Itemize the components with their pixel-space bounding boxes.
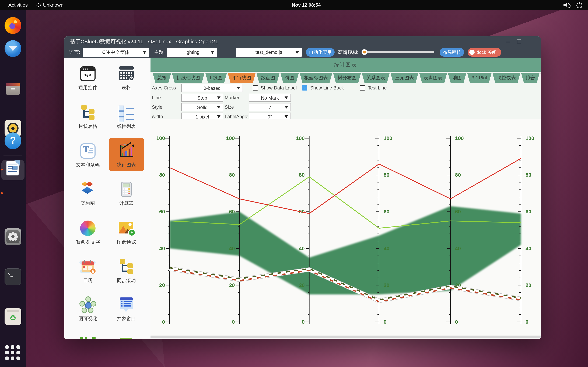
sidebar-item-表格[interactable]: ⚙表格 [108,65,145,91]
checkbox-Test Line[interactable]: Test Line [360,84,387,92]
control-label-Style: Style [152,103,162,111]
tab-label: 平行线图 [232,75,251,80]
tab-折线柱状图[interactable]: 折线柱状图 [172,73,205,83]
tab-散点图[interactable]: 散点图 [256,73,280,83]
tab-关系图表[interactable]: 关系图表 [362,73,390,83]
tab-树分布图[interactable]: 树分布图 [333,73,361,83]
tab-label: 3D Plot [472,75,487,80]
tab-地图[interactable]: 地图 [448,73,466,83]
sidebar-item-颜色 & 文字[interactable]: 颜色 & 文字 [70,220,106,245]
sidebar-item-图可视化[interactable]: 图可视化 [70,296,106,322]
checkbox-Show Data Label[interactable]: Show Data Label [253,84,297,92]
chevron-down-icon [285,96,288,99]
unchecked-checkbox-icon[interactable] [360,85,365,91]
sidebar-item-统计图表[interactable]: 统计图表 [108,143,145,168]
maximize-button[interactable] [515,36,523,47]
tab-label: 关系图表 [366,75,385,80]
dropdown-Size[interactable]: 7 [249,103,291,111]
window-title: 基于CBlueUI数据可视化 v24.11 --OS: Linux --Grap… [70,36,218,47]
axis-tick-label: 100 [384,135,392,141]
axis-tick-label: 40 [455,246,461,251]
firefox-icon[interactable] [5,17,21,34]
tab-表盘图表[interactable]: 表盘图表 [419,73,447,83]
clock[interactable]: Nov 12 08:54 [292,0,320,10]
theme-dropdown[interactable]: lighting [167,48,217,57]
sidebar-item-label: 图可视化 [70,316,106,322]
gear-icon[interactable] [5,228,21,245]
help-icon[interactable]: ? [5,133,21,149]
terminal-icon[interactable]: >_ [5,268,21,285]
sidebar-item-日历[interactable]: 5日历 [70,258,106,284]
dock-toggle-button[interactable]: dock 关闭 [467,48,501,57]
sidebar-item-线性列表[interactable]: 线性列表 [108,104,145,130]
running-indicator [1,169,3,171]
tab-拟合[interactable]: 拟合 [521,73,540,83]
sidebar-item-label: 计算器 [108,200,145,207]
sidebar-item-partial-14[interactable] [70,336,106,339]
dropdown-Style[interactable]: Solid [181,103,223,111]
tab-飞控仪表[interactable]: 飞控仪表 [493,73,520,83]
sidebar-item-文本和条码[interactable]: T文本和条码 [70,143,106,168]
tab-Audio FFT[interactable]: Audio FFT [540,73,541,83]
blur-label: 高斯模糊: [338,47,358,58]
tab-三元图表[interactable]: 三元图表 [390,73,418,83]
axes-cross-label: Axes Cross [152,84,176,92]
sidebar-item-同步滚动[interactable]: 同步滚动 [108,258,145,284]
app-grid-icon[interactable] [5,345,23,363]
tab-3D Plot[interactable]: 3D Plot [467,73,492,83]
axis-tick-label: 80 [455,172,461,178]
tab-label: 地图 [452,75,462,80]
checkbox-label: Show Data Label [261,85,297,91]
minimize-button[interactable] [504,36,512,47]
tab-饼图[interactable]: 饼图 [280,73,299,83]
app-indicator[interactable]: Unknown [36,0,63,10]
blur-slider[interactable] [363,51,434,53]
files-icon[interactable] [5,80,21,97]
sidebar-item-架构图[interactable]: 架构图 [70,181,106,207]
sidebar-item-label: 架构图 [70,200,106,207]
tab-总览[interactable]: 总览 [153,73,171,83]
sidebar-item-树状表格[interactable]: 树状表格 [70,104,106,130]
dropdown-Marker[interactable]: No Mark [249,93,291,101]
table-gear-icon: ⚙ [118,65,135,82]
power-icon[interactable] [576,2,582,8]
diamonds-icon [79,181,96,198]
axis-tick-label: 80 [526,172,531,178]
tab-label: 极坐标图表 [304,75,328,80]
checkbox-Show Line Back[interactable]: ✓Show Line Back [302,84,344,92]
language-dropdown[interactable]: CN-中文简体 [83,48,149,57]
volume-icon[interactable] [563,3,571,7]
dropdown-Line[interactable]: Step [181,93,223,101]
auto-apply-button[interactable]: 自动化应用 [306,48,335,57]
sidebar-item-抽象窗口[interactable]: 抽象窗口 [108,296,145,322]
close-icon[interactable] [64,36,67,47]
green-band [170,206,521,294]
tab-平行线图[interactable]: 平行线图 [228,73,256,83]
control-label-Size: Size [225,103,234,111]
toolbar: 语言: CN-中文简体 主题: lighting test_demo.js 自动… [64,47,541,58]
tab-极坐标图表[interactable]: 极坐标图表 [300,73,332,83]
horizontal-scrollbar[interactable] [150,335,541,338]
sidebar-item-partial-15[interactable] [108,336,145,339]
sidebar-item-label: 通用控件 [70,84,106,91]
writer-icon[interactable] [5,160,21,176]
trash-icon[interactable]: ♻ [5,308,21,325]
tab-label: 表盘图表 [424,75,442,80]
sidebar-item-通用控件[interactable]: </>通用控件 [70,65,106,91]
sidebar-item-图像预览[interactable]: +图像预览 [108,220,145,245]
unchecked-checkbox-icon[interactable] [253,85,258,91]
image-add-icon: + [118,220,135,237]
title-bar[interactable]: 基于CBlueUI数据可视化 v24.11 --OS: Linux --Grap… [64,36,541,47]
tree-nodes-icon [118,258,135,275]
chevron-down-icon [285,106,288,108]
axis-tick-label: 80 [229,172,235,178]
axes-cross-dropdown[interactable]: 0-based [181,84,243,92]
script-dropdown[interactable]: test_demo.js [236,48,302,57]
axis-tick-label: 80 [159,172,165,178]
tab-K线图[interactable]: K线图 [205,73,227,83]
sidebar-item-计算器[interactable]: 计算器 [108,181,145,207]
thunderbird-icon[interactable] [5,40,21,57]
layout-flip-button[interactable]: 布局翻转 [440,48,464,57]
checked-checkbox-icon[interactable]: ✓ [302,85,307,91]
activities-button[interactable]: Activities [9,0,28,10]
